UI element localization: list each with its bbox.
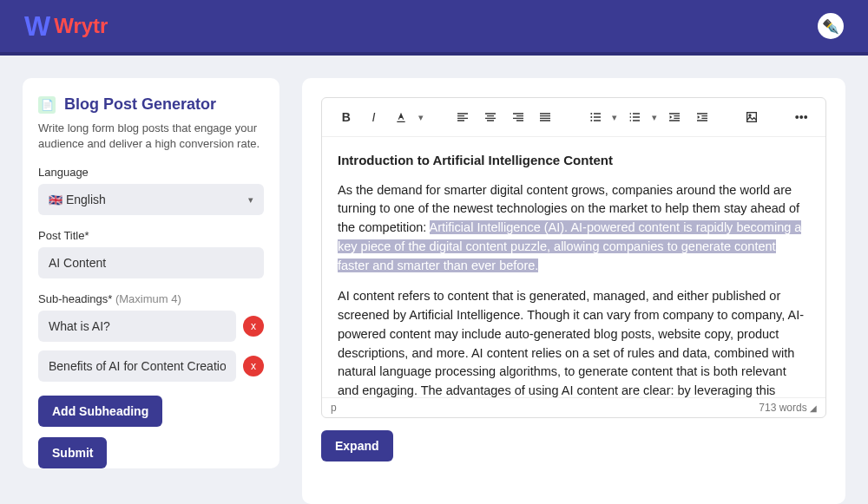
svg-point-2 <box>590 120 592 121</box>
subheading-input-2[interactable] <box>38 350 236 382</box>
breadcrumb-path: p <box>331 402 337 414</box>
outdent-button[interactable] <box>664 107 685 128</box>
avatar[interactable]: ✒️ <box>818 13 844 39</box>
svg-point-1 <box>590 116 592 118</box>
remove-subheading-button[interactable]: x <box>243 316 264 337</box>
indent-button[interactable] <box>692 107 713 128</box>
language-select[interactable]: 🇬🇧 English ▾ <box>38 184 264 215</box>
sidebar: 📄 Blog Post Generator Write long form bl… <box>23 78 279 468</box>
align-right-button[interactable] <box>508 107 529 128</box>
logo-mark: W <box>24 10 49 43</box>
resize-handle-icon[interactable]: ◢ <box>810 403 817 413</box>
post-title-input[interactable] <box>38 247 264 278</box>
word-count: 713 words <box>759 402 806 414</box>
sidebar-desc: Write long form blog posts that engage y… <box>38 121 264 152</box>
remove-subheading-button[interactable]: x <box>243 356 264 376</box>
chevron-down-icon[interactable]: ▾ <box>652 112 657 123</box>
subheadings-max: (Maximum 4) <box>115 292 181 305</box>
avatar-icon: ✒️ <box>822 18 839 35</box>
italic-button[interactable]: I <box>364 107 385 128</box>
language-label: Language <box>38 166 264 179</box>
editor-content[interactable]: Introduction to Artificial Intelligence … <box>322 137 825 397</box>
post-title-label: Post Title* <box>38 229 264 242</box>
logo[interactable]: W Wrytr <box>24 10 108 43</box>
chevron-down-icon[interactable]: ▾ <box>418 112 424 123</box>
subheadings-label: Sub-headings* (Maximum 4) <box>38 292 264 305</box>
sidebar-title: Blog Post Generator <box>64 95 216 114</box>
submit-button[interactable]: Submit <box>38 437 107 468</box>
generator-icon: 📄 <box>38 96 56 114</box>
content-paragraph: AI content refers to content that is gen… <box>338 287 810 397</box>
svg-rect-3 <box>747 113 757 122</box>
image-button[interactable] <box>741 107 762 128</box>
chevron-down-icon[interactable]: ▾ <box>612 112 617 123</box>
main-panel: B I ▾ ▾ ▾ ••• <box>302 78 845 504</box>
subheading-input-1[interactable] <box>38 311 236 342</box>
align-justify-button[interactable] <box>535 107 556 128</box>
logo-text: Wrytr <box>54 14 108 38</box>
editor-footer: p 713 words ◢ <box>322 397 825 417</box>
expand-button[interactable]: Expand <box>321 430 393 461</box>
app-header: W Wrytr ✒️ <box>0 0 868 56</box>
text-color-button[interactable] <box>391 107 411 128</box>
svg-point-0 <box>590 113 592 115</box>
add-subheading-button[interactable]: Add Subheading <box>38 396 162 427</box>
align-left-button[interactable] <box>453 107 474 128</box>
bullet-list-button[interactable] <box>585 107 606 128</box>
editor-toolbar: B I ▾ ▾ ▾ ••• <box>322 98 825 137</box>
editor: B I ▾ ▾ ▾ ••• <box>321 97 826 418</box>
more-button[interactable]: ••• <box>791 107 812 128</box>
content-heading: Introduction to Artificial Intelligence … <box>338 151 810 171</box>
flag-icon: 🇬🇧 <box>49 193 62 206</box>
chevron-down-icon: ▾ <box>248 194 253 206</box>
numbered-list-button[interactable] <box>624 107 645 128</box>
bold-button[interactable]: B <box>336 107 357 128</box>
language-value: English <box>66 193 106 206</box>
content-paragraph: As the demand for smarter digital conten… <box>338 181 810 276</box>
svg-point-4 <box>749 115 751 116</box>
align-center-button[interactable] <box>480 107 501 128</box>
